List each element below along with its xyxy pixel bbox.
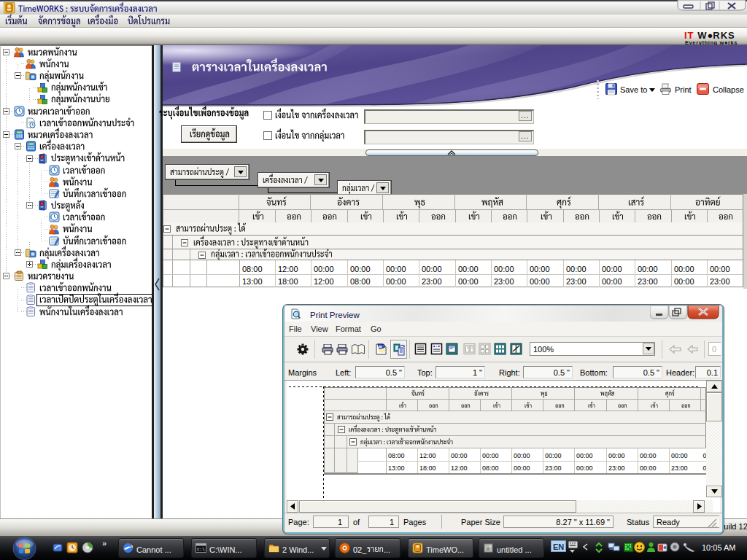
svg-text:c:\: c:\ xyxy=(197,546,205,551)
